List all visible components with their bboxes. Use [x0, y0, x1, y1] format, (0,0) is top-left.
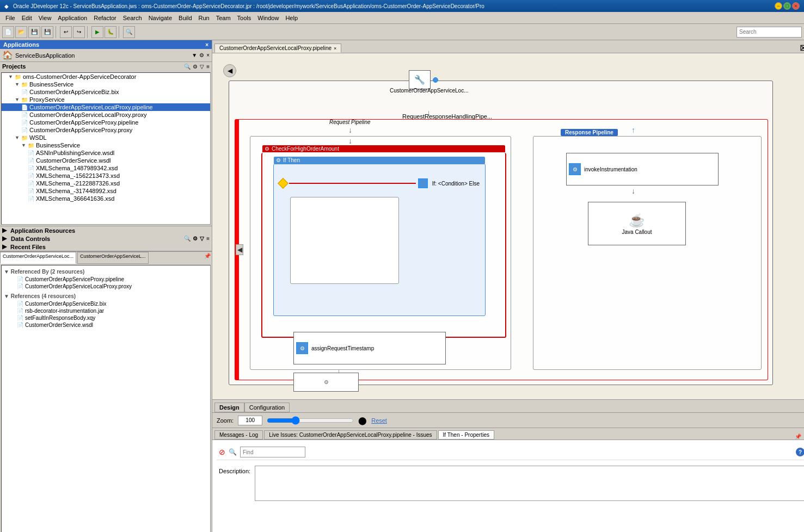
canvas-tab[interactable]: CustomerOrderAppServiceLocalProxy.pipeli…	[214, 44, 341, 53]
tree-item-coswsdl[interactable]: 📄 CustomerOrderService.wsdl	[2, 157, 210, 164]
reset-label[interactable]: Reset	[371, 417, 387, 424]
panel-pin-icon[interactable]: 📌	[203, 252, 212, 264]
refs-item-4[interactable]: 📄 CustomerOrderService.wsdl	[4, 321, 208, 329]
assign-icon-diag: ⚙	[296, 342, 308, 354]
apps-panel-close[interactable]: ×	[205, 42, 208, 48]
bottom-tab-2[interactable]: CustomerOrderAppServiceL...	[77, 252, 149, 264]
condition-label: If: <Condition> Else	[432, 181, 480, 187]
refs-item-3[interactable]: 📄 setFaultInResponseBody.xqy	[4, 314, 208, 321]
tree-item-proxyservice[interactable]: ▼ 📁 ProxyService	[2, 96, 210, 103]
menu-search[interactable]: Search	[120, 14, 145, 22]
open-button[interactable]: 📂	[15, 26, 27, 38]
menu-edit[interactable]: Edit	[19, 14, 35, 22]
menu-help[interactable]: Help	[282, 14, 301, 22]
app-resources-section[interactable]: ▶Application Resources	[0, 226, 212, 234]
refs-item-1[interactable]: 📄 CustomerOrderAppServiceBiz.bix	[4, 300, 208, 307]
dc-search-icon[interactable]: 🔍	[184, 236, 191, 242]
design-tab[interactable]: Design	[214, 403, 244, 412]
description-input[interactable]	[255, 466, 804, 501]
menu-view[interactable]: View	[35, 14, 55, 22]
tree-item-businessservice[interactable]: ▼ 📁 BusinessService	[2, 81, 210, 88]
tree-item-proxy-pipeline[interactable]: 📄 CustomerOrderAppServiceProxy.pipeline	[2, 119, 210, 126]
tree-item-xsd4[interactable]: 📄 XMLSchema_-317448992.xsd	[2, 187, 210, 195]
response-pipeline-label[interactable]: Response Pipeline	[561, 129, 618, 136]
tree-item-xsd5[interactable]: 📄 XMLSchema_366641636.xsd	[2, 195, 210, 202]
msg-tab-issues[interactable]: Live Issues: CustomerOrderAppServiceLoca…	[264, 430, 437, 440]
save-all-button[interactable]: 💾	[41, 26, 53, 38]
refs-item-2[interactable]: 📄 rsb-decorator-instrumentation.jar	[4, 307, 208, 314]
tree-item-xsd1[interactable]: 📄 XMLSchema_1487989342.xsd	[2, 164, 210, 172]
close-button[interactable]: ×	[792, 2, 800, 10]
expand-left-icon[interactable]: ◀	[236, 244, 243, 255]
menu-team[interactable]: Team	[213, 14, 234, 22]
minimize-button[interactable]: −	[775, 2, 782, 10]
search-projects-icon[interactable]: 🔍	[184, 64, 191, 70]
zoom-input[interactable]	[238, 416, 262, 425]
menu-build[interactable]: Build	[175, 14, 195, 22]
recent-files-section[interactable]: ▶Recent Files	[0, 243, 212, 251]
menu-tools[interactable]: Tools	[234, 14, 255, 22]
msg-tab-log[interactable]: Messages - Log	[214, 430, 263, 440]
find-icon[interactable]: 🔍	[229, 448, 237, 456]
app-settings-icon[interactable]: ⚙	[199, 52, 204, 58]
tree-item-xsd2[interactable]: 📄 XMLSchema_-1562213473.xsd	[2, 172, 210, 180]
assign-box[interactable]: ⚙ assignRequestTimestamp	[293, 332, 446, 364]
menu-run[interactable]: Run	[195, 14, 213, 22]
save-button[interactable]: 💾	[28, 26, 40, 38]
arrow-req-in: ↓	[348, 126, 352, 134]
menu-navigate[interactable]: Navigate	[145, 14, 175, 22]
bottom-tab-1[interactable]: CustomerOrderAppServiceLoc...	[0, 252, 76, 264]
data-controls-section[interactable]: ▶Data Controls 🔍 ⚙ ▽ ≡	[0, 234, 212, 243]
find-input[interactable]	[240, 447, 305, 457]
java-callout-box[interactable]: ☕ Java Callout	[588, 202, 686, 245]
dc-config-icon[interactable]: ⚙	[193, 236, 198, 242]
refby-item-2[interactable]: 📄 CustomerOrderAppServiceLocalProxy.prox…	[4, 283, 208, 290]
canvas-tab-close[interactable]: ×	[334, 46, 336, 51]
tree-item-localproxy[interactable]: 📄 CustomerOrderAppServiceLocalProxy.prox…	[2, 111, 210, 119]
filter-projects-icon[interactable]: ▽	[200, 64, 204, 70]
app-icon: 🏠	[2, 50, 13, 60]
tree-item-project[interactable]: ▼ 📁 oms-CustomerOrder-AppServiceDecorato…	[2, 73, 210, 81]
undo-button[interactable]: ↩	[60, 26, 72, 38]
msg-toolbar: ⊘ 🔍 ?	[217, 444, 804, 460]
msg-pin-icon[interactable]: 📌	[795, 434, 801, 440]
help-icon[interactable]: ?	[796, 448, 804, 456]
java-callout-label: Java Callout	[622, 229, 652, 235]
debug-button[interactable]: 🐛	[105, 26, 116, 38]
tree-item-proxy[interactable]: 📄 CustomerOrderAppServiceProxy.proxy	[2, 126, 210, 134]
toolbar-search-input[interactable]	[737, 27, 802, 38]
redo-button[interactable]: ↪	[73, 26, 85, 38]
configuration-tab[interactable]: Configuration	[244, 403, 290, 412]
collapse-projects-icon[interactable]: ≡	[206, 64, 210, 70]
config-projects-icon[interactable]: ⚙	[193, 64, 198, 70]
run-button[interactable]: ▶	[91, 26, 103, 38]
stop-icon[interactable]: ⊘	[219, 448, 225, 456]
msg-tab-properties[interactable]: If Then - Properties	[438, 430, 494, 440]
tree-item-xsd3[interactable]: 📄 XMLSchema_-2122887326.xsd	[2, 180, 210, 187]
dc-collapse-icon[interactable]: ≡	[206, 236, 210, 242]
tree-item-biz[interactable]: 📄 CustomerOrderAppServiceBiz.bix	[2, 88, 210, 96]
back-button[interactable]: ◀	[223, 64, 236, 77]
bottom-placeholder-box[interactable]: ⚙	[293, 373, 359, 392]
menu-application[interactable]: Application	[54, 14, 90, 22]
maximize-canvas-icon[interactable]: ⊠	[797, 42, 804, 53]
zoom-slider[interactable]	[267, 416, 354, 425]
toolbar-sep-1	[56, 26, 58, 38]
dc-filter-icon[interactable]: ▽	[200, 236, 204, 242]
search-button[interactable]: 🔍	[123, 26, 135, 38]
new-button[interactable]: 📄	[2, 26, 14, 38]
tree-item-asnwsdl[interactable]: 📄 ASNInPublishingService.wsdl	[2, 149, 210, 157]
menu-refactor[interactable]: Refactor	[90, 14, 120, 22]
invoke-box[interactable]: ⚙ invokeInstrumentation	[566, 153, 719, 185]
app-dropdown-icon[interactable]: ▼	[192, 52, 197, 58]
refby-item-1[interactable]: 📄 CustomerOrderAppServiceProxy.pipeline	[4, 276, 208, 283]
maximize-button[interactable]: □	[783, 2, 791, 10]
tree-item-localproxy-pipeline[interactable]: 📄 CustomerOrderAppServiceLocalProxy.pipe…	[2, 103, 210, 111]
menu-file[interactable]: File	[2, 14, 19, 22]
menu-window[interactable]: Window	[254, 14, 282, 22]
zoom-label: Zoom:	[217, 417, 234, 424]
canvas[interactable]: ◀ 🔧 CustomerOrderAppServiceLoc... ↓ Requ…	[212, 53, 804, 399]
app-close-icon[interactable]: ×	[206, 52, 210, 58]
tree-item-bsvc-folder[interactable]: ▼ 📁 BusinessService	[2, 141, 210, 149]
tree-item-wsdl[interactable]: ▼ 📁 WSDL	[2, 134, 210, 141]
